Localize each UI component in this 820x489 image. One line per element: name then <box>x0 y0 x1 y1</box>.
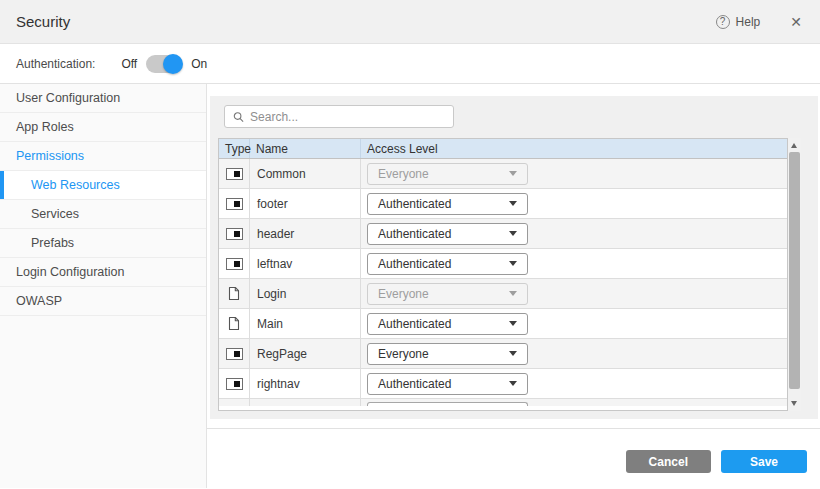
resource-name: rightnav <box>250 369 361 398</box>
resource-name: Common <box>250 159 361 188</box>
access-cell: Authenticated <box>361 369 787 398</box>
column-header-type: Type <box>219 139 250 158</box>
scroll-down-icon[interactable] <box>791 401 797 406</box>
authentication-label: Authentication: <box>16 57 95 71</box>
sidebar: User Configuration App Roles Permissions… <box>0 84 207 488</box>
body: User Configuration App Roles Permissions… <box>0 84 820 488</box>
sidebar-item-permissions[interactable]: Permissions <box>0 142 206 171</box>
column-header-access-level: Access Level <box>361 139 787 158</box>
authentication-toggle[interactable] <box>146 55 182 73</box>
table-row-footer: footer Authenticated <box>219 189 787 219</box>
security-window: Security ? Help ✕ Authentication: Off On… <box>0 0 820 489</box>
partial-page-icon <box>226 258 243 270</box>
sidebar-item-services[interactable]: Services <box>0 200 206 229</box>
resource-name: Login <box>250 279 361 308</box>
sidebar-item-app-roles[interactable]: App Roles <box>0 113 206 142</box>
access-cell: Everyone <box>361 159 787 188</box>
sidebar-item-user-configuration[interactable]: User Configuration <box>0 84 206 113</box>
partial-page-icon <box>226 228 243 240</box>
sidebar-item-prefabs[interactable]: Prefabs <box>0 229 206 258</box>
resource-name: Main <box>250 309 361 338</box>
toggle-knob <box>163 54 183 74</box>
name-cell <box>250 399 361 406</box>
resources-table: TypeNameAccess Level Common Everyone <box>218 138 788 411</box>
scrollbar-thumb[interactable] <box>789 152 800 389</box>
sidebar-item-label: Services <box>31 207 79 221</box>
help-icon: ? <box>716 15 730 29</box>
type-cell <box>219 339 250 368</box>
access-level-select[interactable]: Authenticated <box>367 223 528 245</box>
sidebar-item-label: Login Configuration <box>16 265 124 279</box>
sidebar-item-login-configuration[interactable]: Login Configuration <box>0 258 206 287</box>
authentication-bar: Authentication: Off On <box>0 44 820 84</box>
access-level-select[interactable]: Authenticated <box>367 193 528 215</box>
search-icon <box>233 111 244 123</box>
access-level-value: Authenticated <box>378 197 451 211</box>
access-cell: Everyone <box>361 279 787 308</box>
type-cell <box>219 309 250 338</box>
column-header-name: Name <box>250 139 361 158</box>
resource-name: header <box>250 219 361 248</box>
search-box[interactable] <box>224 105 454 128</box>
type-cell <box>219 399 250 406</box>
type-cell <box>219 219 250 248</box>
table-row-common: Common Everyone <box>219 159 787 189</box>
access-level-value: Everyone <box>378 347 429 361</box>
access-level-value: Authenticated <box>378 227 451 241</box>
access-level-value: Everyone <box>378 167 429 181</box>
chevron-down-icon <box>509 381 517 386</box>
chevron-down-icon <box>509 291 517 296</box>
table-rows: Common Everyone footer Authenticated <box>219 159 787 399</box>
page-icon <box>228 316 240 331</box>
access-cell: Authenticated <box>361 309 787 338</box>
access-cell: Authenticated <box>361 189 787 218</box>
chevron-down-icon <box>509 201 517 206</box>
access-level-select[interactable]: Everyone <box>367 163 528 185</box>
sidebar-item-owasp[interactable]: OWASP <box>0 287 206 316</box>
table-row-leftnav: leftnav Authenticated <box>219 249 787 279</box>
cancel-button[interactable]: Cancel <box>626 450 711 473</box>
access-level-select[interactable]: Authenticated <box>367 373 528 395</box>
chevron-down-icon <box>509 261 517 266</box>
resource-name: leftnav <box>250 249 361 278</box>
access-level-select[interactable]: Everyone <box>367 343 528 365</box>
toggle-on-label: On <box>191 57 207 71</box>
help-button[interactable]: ? Help <box>716 15 761 29</box>
partial-page-icon <box>226 198 243 210</box>
type-cell <box>219 159 250 188</box>
access-cell: Authenticated <box>361 249 787 278</box>
sidebar-item-label: User Configuration <box>16 91 120 105</box>
table-header: TypeNameAccess Level <box>219 139 787 159</box>
search-input[interactable] <box>250 110 445 124</box>
chevron-down-icon <box>509 231 517 236</box>
table-row-rightnav: rightnav Authenticated <box>219 369 787 399</box>
sidebar-item-web-resources[interactable]: Web Resources <box>0 171 206 200</box>
table-wrap: TypeNameAccess Level Common Everyone <box>218 138 818 411</box>
access-level-value: Authenticated <box>378 317 451 331</box>
resource-name: footer <box>250 189 361 218</box>
sidebar-item-label: Permissions <box>16 149 84 163</box>
access-level-select[interactable] <box>367 402 528 406</box>
save-button[interactable]: Save <box>721 450 807 473</box>
partial-page-icon <box>226 378 243 390</box>
access-level-select[interactable]: Authenticated <box>367 253 528 275</box>
access-cell <box>361 399 787 406</box>
close-icon[interactable]: ✕ <box>790 15 802 29</box>
access-cell: Authenticated <box>361 219 787 248</box>
access-cell: Everyone <box>361 339 787 368</box>
table-row-regpage: RegPage Everyone <box>219 339 787 369</box>
table-row-login: Login Everyone <box>219 279 787 309</box>
access-level-select[interactable]: Authenticated <box>367 313 528 335</box>
sidebar-item-label: OWASP <box>16 294 62 308</box>
access-level-select[interactable]: Everyone <box>367 283 528 305</box>
partial-page-icon <box>226 348 243 360</box>
access-level-value: Authenticated <box>378 377 451 391</box>
type-cell <box>219 249 250 278</box>
table-row-header: header Authenticated <box>219 219 787 249</box>
table-row-partial <box>219 399 787 406</box>
table-scrollbar[interactable] <box>788 138 801 411</box>
resource-name: RegPage <box>250 339 361 368</box>
footer-actions: Cancel Save <box>207 429 820 473</box>
resources-panel: TypeNameAccess Level Common Everyone <box>210 96 818 419</box>
scroll-up-icon[interactable] <box>791 143 797 148</box>
